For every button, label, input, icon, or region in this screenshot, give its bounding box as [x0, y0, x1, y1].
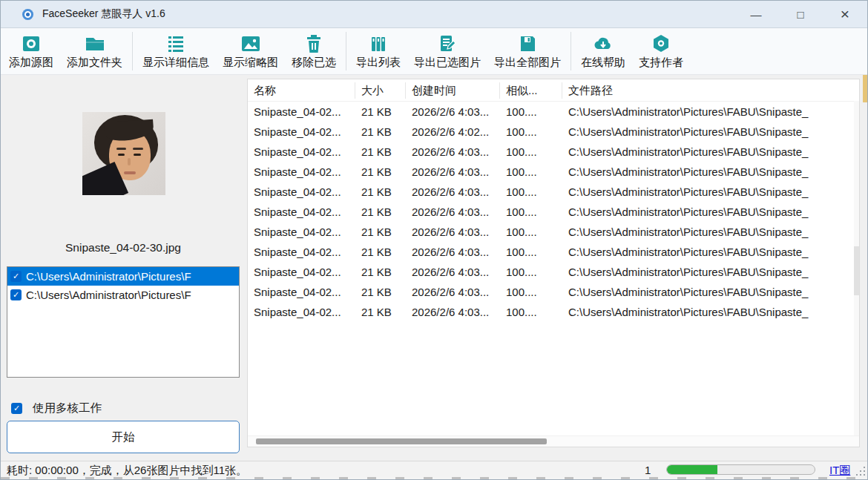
horizontal-scrollbar-thumb[interactable] [256, 438, 547, 444]
cell-path: C:\Users\Administrator\Pictures\FABU\Sni… [562, 286, 859, 298]
cell-sim: 100.... [500, 266, 562, 278]
table-row[interactable]: Snipaste_04-02...21 KB2026/2/6 4:03...10… [248, 162, 859, 182]
table-row[interactable]: Snipaste_04-02...21 KB2026/2/6 4:02...10… [248, 122, 859, 142]
cell-size: 21 KB [355, 226, 406, 238]
toolbar-button-thumbnails[interactable]: 显示缩略图 [216, 30, 285, 73]
toolbar-button-label: 显示缩略图 [223, 56, 278, 70]
support-icon [651, 33, 671, 53]
cell-size: 21 KB [355, 266, 406, 278]
table-row[interactable]: Snipaste_04-02...21 KB2026/2/6 4:03...10… [248, 282, 859, 302]
folder-checkbox-icon[interactable]: ✓ [10, 289, 22, 300]
cell-size: 21 KB [355, 165, 406, 178]
screen-edge-sliver [1, 477, 867, 479]
add-image-icon [22, 33, 41, 53]
cell-size: 21 KB [355, 145, 406, 158]
cell-sim: 100.... [500, 306, 562, 318]
column-header-similarity[interactable]: 相似... [500, 82, 562, 99]
toolbar: 添加源图添加文件夹显示详细信息显示缩略图移除已选导出列表导出已选图片导出全部图片… [1, 27, 867, 75]
cell-size: 21 KB [355, 185, 406, 198]
cell-name: Snipaste_04-02... [248, 226, 355, 238]
save-icon [518, 33, 537, 53]
add-folder-icon [85, 33, 105, 53]
cell-sim: 100.... [500, 246, 562, 258]
start-button[interactable]: 开始 [7, 421, 240, 453]
trash-icon [305, 33, 323, 53]
toolbar-button-export-selected[interactable]: 导出已选图片 [407, 30, 487, 73]
table-header: 名称 大小 创建时间 相似... 文件路径 [248, 79, 859, 102]
cell-name: Snipaste_04-02... [248, 306, 355, 318]
cell-name: Snipaste_04-02... [248, 145, 355, 158]
table-row[interactable]: Snipaste_04-02...21 KB2026/2/6 4:03...10… [248, 202, 859, 222]
folder-checkbox-icon[interactable]: ✓ [10, 271, 22, 282]
cell-size: 21 KB [355, 125, 406, 138]
toolbar-button-add-folder[interactable]: 添加文件夹 [60, 30, 129, 73]
resize-grip-icon[interactable] [854, 464, 865, 476]
horizontal-scrollbar[interactable] [248, 435, 859, 447]
toolbar-button-label: 支持作者 [639, 56, 683, 70]
app-logo-icon [22, 9, 33, 20]
minimize-button[interactable]: — [734, 1, 778, 27]
vertical-scrollbar[interactable] [854, 101, 859, 436]
export-selected-icon [438, 33, 457, 53]
cell-size: 21 KB [355, 286, 406, 298]
vertical-scrollbar-thumb[interactable] [854, 246, 859, 295]
source-folder-item[interactable]: ✓C:\Users\Administrator\Pictures\F [7, 267, 239, 286]
cell-time: 2026/2/6 4:03... [406, 206, 500, 218]
toolbar-button-label: 导出列表 [356, 56, 401, 70]
cell-sim: 100.... [500, 125, 562, 138]
column-header-path[interactable]: 文件路径 [562, 82, 859, 99]
toolbar-button-label: 移除已选 [292, 56, 336, 70]
toolbar-button-label: 显示详细信息 [142, 56, 209, 70]
table-row[interactable]: Snipaste_04-02...21 KB2026/2/6 4:03...10… [248, 102, 859, 122]
cell-time: 2026/2/6 4:03... [406, 105, 500, 118]
toolbar-button-details-list[interactable]: 显示详细信息 [136, 30, 216, 73]
cell-name: Snipaste_04-02... [248, 185, 355, 198]
progress-bar [666, 464, 815, 475]
column-header-created[interactable]: 创建时间 [406, 82, 500, 99]
table-row[interactable]: Snipaste_04-02...21 KB2026/2/6 4:03...10… [248, 182, 859, 202]
toolbar-button-cloud-help[interactable]: 在线帮助 [574, 30, 632, 73]
toolbar-button-trash[interactable]: 移除已选 [285, 30, 343, 73]
table-row[interactable]: Snipaste_04-02...21 KB2026/2/6 4:03...10… [248, 222, 859, 242]
cell-name: Snipaste_04-02... [248, 125, 355, 138]
toolbar-button-export-list[interactable]: 导出列表 [349, 30, 407, 73]
column-header-size[interactable]: 大小 [355, 82, 406, 99]
table-row[interactable]: Snipaste_04-02...21 KB2026/2/6 4:03...10… [248, 142, 859, 162]
table-row[interactable]: Snipaste_04-02...21 KB2026/2/6 4:03...10… [248, 262, 859, 282]
cell-path: C:\Users\Administrator\Pictures\FABU\Sni… [562, 165, 859, 178]
multicore-checkbox-icon[interactable]: ✓ [11, 403, 22, 414]
cell-name: Snipaste_04-02... [248, 206, 355, 218]
it-circle-link[interactable]: IT圈 [829, 464, 850, 478]
toolbar-button-label: 导出已选图片 [414, 56, 481, 70]
cell-size: 21 KB [355, 246, 406, 258]
cell-name: Snipaste_04-02... [248, 165, 355, 178]
cell-path: C:\Users\Administrator\Pictures\FABU\Sni… [562, 246, 859, 258]
column-header-name[interactable]: 名称 [248, 82, 355, 99]
toolbar-button-support[interactable]: 支持作者 [632, 30, 690, 73]
cell-name: Snipaste_04-02... [248, 266, 355, 278]
results-table: 名称 大小 创建时间 相似... 文件路径 Snipaste_04-02...2… [247, 79, 860, 447]
table-row[interactable]: Snipaste_04-02...21 KB2026/2/6 4:03...10… [248, 242, 859, 262]
cell-sim: 100.... [500, 185, 562, 198]
toolbar-separator [346, 32, 346, 70]
toolbar-button-save[interactable]: 导出全部图片 [487, 30, 568, 73]
cell-time: 2026/2/6 4:03... [406, 145, 500, 158]
cell-time: 2026/2/6 4:03... [406, 286, 500, 298]
maximize-button[interactable]: □ [778, 1, 823, 27]
multicore-option[interactable]: ✓ 使用多核工作 [8, 401, 102, 416]
source-folder-item[interactable]: ✓C:\Users\Administrator\Pictures\F [7, 286, 239, 304]
table-row[interactable]: Snipaste_04-02...21 KB2026/2/6 4:03...10… [248, 302, 859, 322]
cell-path: C:\Users\Administrator\Pictures\FABU\Sni… [562, 105, 859, 118]
source-folder-list[interactable]: ✓C:\Users\Administrator\Pictures\F✓C:\Us… [7, 266, 240, 378]
progress-bar-fill [667, 465, 717, 474]
cell-name: Snipaste_04-02... [248, 286, 355, 298]
multicore-label: 使用多核工作 [33, 401, 102, 416]
cell-size: 21 KB [355, 105, 406, 118]
cell-sim: 100.... [500, 206, 562, 218]
cell-path: C:\Users\Administrator\Pictures\FABU\Sni… [562, 145, 859, 158]
close-button[interactable]: × [823, 1, 867, 27]
toolbar-button-add-image[interactable]: 添加源图 [2, 30, 60, 73]
cloud-help-icon [593, 33, 614, 53]
details-list-icon [166, 33, 185, 53]
cell-sim: 100.... [500, 105, 562, 118]
